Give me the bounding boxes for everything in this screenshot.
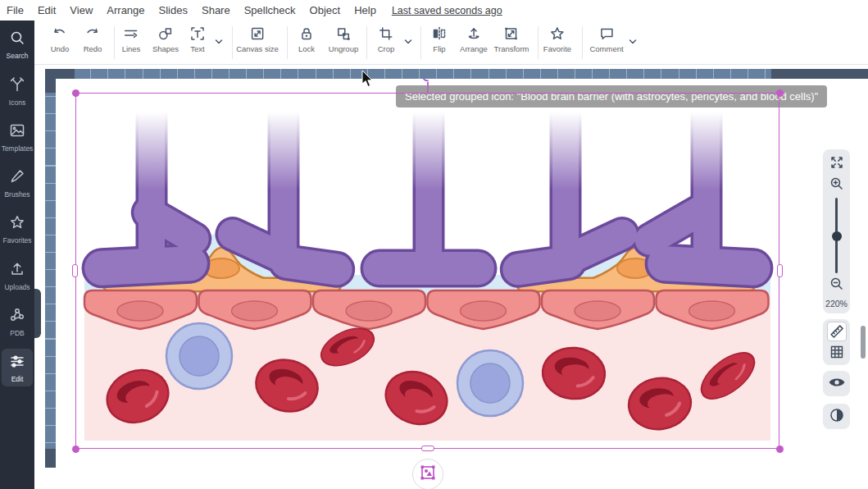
undo-button[interactable]: Undo <box>51 25 70 53</box>
toolbar-separator <box>538 26 539 59</box>
menu-file[interactable]: File <box>7 4 24 16</box>
flip-icon <box>431 25 448 43</box>
grouped-icon-badge <box>420 464 436 484</box>
shapes-button[interactable]: Shapes <box>152 25 179 53</box>
toolbar: Undo Redo Lines Shapes Text Canvas size … <box>0 21 868 65</box>
sliders-icon <box>9 353 25 372</box>
sidebar-item-templates[interactable]: Templates <box>0 118 34 156</box>
selection-corner-handle[interactable] <box>776 89 784 97</box>
star-icon <box>9 214 25 234</box>
menu-slides[interactable]: Slides <box>159 4 188 16</box>
chevron-down-icon[interactable] <box>215 34 223 48</box>
sidebar-item-uploads[interactable]: Uploads <box>0 257 34 295</box>
ruler-corner <box>45 69 56 79</box>
arrange-button[interactable]: Arrange <box>460 25 488 53</box>
zoom-level: 220% <box>825 299 848 308</box>
sidebar-item-pdb[interactable]: PDB <box>0 303 34 340</box>
crop-button[interactable]: Crop <box>378 25 395 53</box>
redo-icon <box>84 25 101 43</box>
upload-icon <box>9 261 25 281</box>
fit-to-screen-button[interactable] <box>828 153 846 175</box>
group-object-button[interactable] <box>412 459 443 489</box>
chevron-down-icon[interactable] <box>404 34 412 48</box>
comment-icon <box>598 25 615 43</box>
vertical-ruler <box>45 79 56 468</box>
zoom-out-button[interactable] <box>828 275 846 296</box>
arrange-icon <box>466 25 482 43</box>
selection-corner-handle[interactable] <box>776 446 784 453</box>
text-icon <box>189 25 206 43</box>
preview-panel <box>823 371 850 396</box>
contrast-icon[interactable] <box>829 407 845 427</box>
flip-button[interactable]: Flip <box>431 25 448 53</box>
app-window: File Edit View Arrange Slides Share Spel… <box>0 0 868 489</box>
ungroup-button[interactable]: Ungroup <box>329 25 358 53</box>
toolbar-separator <box>420 26 421 59</box>
molecule-icon <box>9 307 25 327</box>
templates-icon <box>9 122 25 142</box>
menu-object[interactable]: Object <box>310 4 341 16</box>
sidebar-item-edit[interactable]: Edit <box>2 349 33 386</box>
lock-button[interactable]: Lock <box>298 25 315 53</box>
chevron-down-icon[interactable] <box>629 34 637 48</box>
selection-side-handle[interactable] <box>421 446 434 451</box>
mouse-cursor <box>361 71 376 92</box>
view-tools-panel <box>823 319 850 365</box>
canvas-size-icon <box>249 25 266 43</box>
search-icon <box>9 30 25 49</box>
undo-icon <box>52 25 68 43</box>
redo-button[interactable]: Redo <box>84 25 102 53</box>
selection-side-handle[interactable] <box>72 264 78 277</box>
contrast-panel <box>823 404 850 429</box>
sidebar-item-brushes[interactable]: Brushes <box>0 164 34 202</box>
transform-icon <box>503 25 520 43</box>
selection-side-handle[interactable] <box>777 264 783 277</box>
blood-brain-barrier-illustration[interactable] <box>76 93 779 449</box>
selection-corner-handle[interactable] <box>72 446 80 453</box>
crop-icon <box>378 25 394 43</box>
white-blood-cell <box>457 350 523 416</box>
menu-help[interactable]: Help <box>354 4 376 16</box>
menu-edit[interactable]: Edit <box>38 4 56 16</box>
lock-icon <box>298 25 315 43</box>
sidebar-item-search[interactable]: Search <box>0 25 34 64</box>
zoom-slider-knob[interactable] <box>832 231 842 241</box>
panel-drag-handle[interactable] <box>34 289 41 338</box>
ruler-toggle-button[interactable] <box>827 322 847 341</box>
menu-share[interactable]: Share <box>202 4 230 16</box>
vertical-scrollbar[interactable] <box>861 326 866 359</box>
lines-button[interactable]: Lines <box>122 25 141 53</box>
lines-icon <box>123 25 139 43</box>
ungroup-icon <box>335 25 352 43</box>
menu-view[interactable]: View <box>70 4 93 16</box>
text-button[interactable]: Text <box>189 25 206 53</box>
comment-button[interactable]: Comment <box>589 25 623 53</box>
toolbar-separator <box>582 26 583 59</box>
selection-corner-handle[interactable] <box>72 89 80 97</box>
zoom-panel: 220% <box>823 149 850 313</box>
toolbar-separator <box>114 26 115 59</box>
sidebar-item-icons[interactable]: Icons <box>0 72 34 110</box>
antibody-icon <box>9 76 25 96</box>
menu-arrange[interactable]: Arrange <box>107 4 144 16</box>
favorite-button[interactable]: Favorite <box>543 25 571 53</box>
menu-spellcheck[interactable]: Spellcheck <box>244 4 296 16</box>
left-sidebar: Search Icons Templates Brushes Favorites… <box>0 21 34 489</box>
transform-button[interactable]: Transform <box>494 25 529 53</box>
save-status-link[interactable]: Last saved seconds ago <box>392 5 502 16</box>
zoom-in-button[interactable] <box>828 175 846 196</box>
horizontal-ruler <box>56 69 868 79</box>
brush-icon <box>9 168 25 188</box>
toolbar-separator <box>287 26 288 59</box>
shapes-icon <box>157 25 174 43</box>
toolbar-separator <box>366 26 367 59</box>
white-blood-cell <box>166 323 232 389</box>
toolbar-separator <box>232 26 233 59</box>
star-icon <box>549 25 566 43</box>
eye-icon[interactable] <box>828 375 846 393</box>
canvas-size-button[interactable]: Canvas size <box>236 25 279 53</box>
zoom-slider[interactable] <box>829 198 845 273</box>
grid-toggle-button[interactable] <box>829 344 845 363</box>
sidebar-item-favorites[interactable]: Favorites <box>0 210 34 248</box>
selection-tooltip: Selected grouped icon: "Blood brain barr… <box>396 85 827 107</box>
